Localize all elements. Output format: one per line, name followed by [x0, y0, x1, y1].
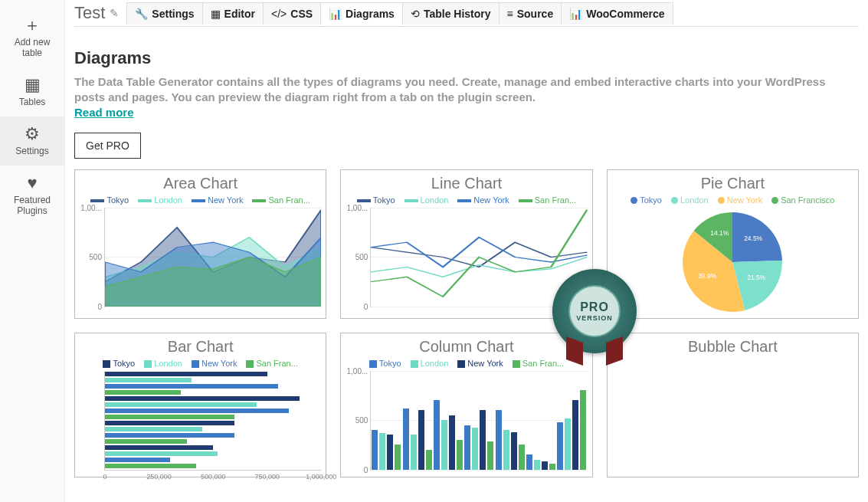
chart-card-bubble[interactable]: Bubble Chart [607, 333, 859, 477]
get-pro-button[interactable]: Get PRO [74, 133, 141, 159]
read-more-link[interactable]: Read more [74, 106, 134, 119]
grid-icon: ▦ [3, 77, 61, 94]
sidebar: ＋ Add new table ▦ Tables ⚙ Settings ♥ Fe… [0, 0, 65, 502]
code-icon: </> [271, 8, 287, 20]
tab-css[interactable]: </>CSS [263, 2, 321, 25]
tab-bar: Test ✎ 🔧Settings ▦Editor </>CSS 📊Diagram… [74, 0, 859, 27]
wrench-icon: 🔧 [135, 8, 148, 20]
chart-card-area[interactable]: Area ChartTokyoLondonNew YorkSan Fran...… [74, 169, 326, 319]
sidebar-item-tables[interactable]: ▦ Tables [0, 67, 64, 116]
chart-card-pie[interactable]: Pie ChartTokyoLondonNew YorkSan Francisc… [607, 169, 859, 319]
section-title: Diagrams [74, 48, 859, 68]
chart-card-bar[interactable]: Bar ChartTokyoLondonNew YorkSan Fran...0… [74, 333, 326, 477]
sidebar-item-label: Add new table [15, 37, 51, 58]
sidebar-item-label: Settings [15, 146, 48, 156]
sidebar-item-featured-plugins[interactable]: ♥ Featured Plugins [0, 166, 64, 225]
tab-source[interactable]: ≡Source [499, 2, 562, 25]
svg-text:24.5%: 24.5% [745, 234, 763, 241]
chart-grid: Area ChartTokyoLondonNew YorkSan Fran...… [74, 169, 859, 477]
chart-card-column[interactable]: Column ChartTokyoLondonNew YorkSan Fran.… [340, 333, 592, 477]
svg-text:39.9%: 39.9% [698, 272, 716, 280]
tab-editor[interactable]: ▦Editor [202, 2, 264, 25]
grid-icon: ▦ [211, 8, 221, 20]
sidebar-item-label: Featured Plugins [14, 195, 51, 216]
section-description: The Data Table Generator contains all th… [74, 74, 859, 106]
pro-badge[interactable]: PRO VERSION [552, 269, 637, 353]
svg-text:14.1%: 14.1% [711, 228, 729, 236]
sidebar-item-settings[interactable]: ⚙ Settings [0, 116, 64, 166]
plus-icon: ＋ [3, 17, 61, 34]
sidebar-item-label: Tables [19, 97, 46, 107]
tab-woocommerce[interactable]: 📊WooCommerce [561, 2, 673, 25]
tab-diagrams[interactable]: 📊Diagrams [320, 2, 403, 25]
history-icon: ⟲ [411, 8, 420, 20]
tab-table-history[interactable]: ⟲Table History [402, 2, 500, 25]
pencil-icon[interactable]: ✎ [110, 7, 119, 19]
svg-text:21.5%: 21.5% [748, 274, 766, 281]
bars-icon: 📊 [569, 8, 582, 20]
heart-icon: ♥ [3, 175, 61, 192]
page-title: Test ✎ [74, 0, 126, 26]
sidebar-item-add-new-table[interactable]: ＋ Add new table [0, 8, 64, 67]
bars-icon: 📊 [329, 8, 342, 20]
tab-settings[interactable]: 🔧Settings [126, 2, 202, 25]
gear-icon: ⚙ [3, 126, 61, 143]
stack-icon: ≡ [507, 8, 513, 20]
main-content: Test ✎ 🔧Settings ▦Editor </>CSS 📊Diagram… [65, 0, 868, 502]
